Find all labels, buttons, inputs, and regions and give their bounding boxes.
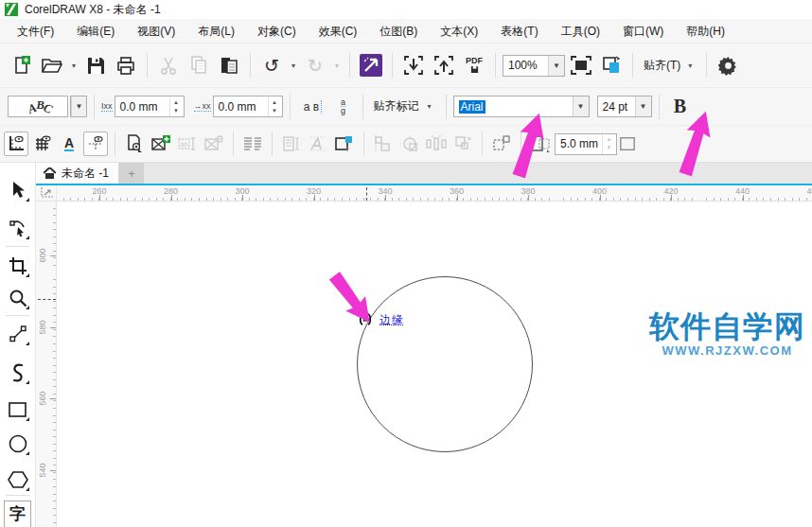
open-button[interactable] bbox=[38, 50, 66, 80]
document-tab-label: 未命名 -1 bbox=[62, 166, 109, 182]
menu-item[interactable]: 工具(O) bbox=[550, 19, 611, 44]
text-preset-combo[interactable]: ABC bbox=[8, 96, 68, 117]
menu-item[interactable]: 窗口(W) bbox=[611, 19, 675, 44]
menu-item[interactable]: 帮助(H) bbox=[675, 19, 736, 44]
page-settings-button[interactable] bbox=[122, 132, 147, 156]
cut-button[interactable] bbox=[154, 50, 183, 80]
undo-dropdown-caret[interactable]: ▾ bbox=[288, 61, 299, 70]
v-ruler-tick-label: 580 bbox=[36, 319, 49, 336]
pdf-label: PDF bbox=[466, 57, 483, 65]
save-button[interactable] bbox=[81, 50, 110, 80]
clipped-edge-button[interactable] bbox=[619, 132, 636, 156]
distribute-h-button[interactable] bbox=[424, 132, 449, 156]
v-cursor-marker bbox=[38, 299, 56, 300]
window-title: CorelDRAW X8 - 未命名 -1 bbox=[25, 2, 161, 18]
new-document-button[interactable] bbox=[8, 50, 36, 80]
polygon-tool[interactable] bbox=[4, 466, 31, 493]
h-ruler-tick-label: 460 bbox=[806, 186, 812, 196]
menu-item[interactable]: 文件(F) bbox=[6, 19, 65, 44]
v-char-offset-value: 0.0 mm bbox=[120, 100, 158, 114]
show-rulers-button[interactable] bbox=[4, 132, 28, 156]
align-left-button[interactable] bbox=[371, 132, 396, 156]
snap-to-button[interactable]: 贴齐(T) ▾ bbox=[640, 50, 699, 80]
artistic-media-tool[interactable] bbox=[4, 359, 31, 386]
canvas[interactable]: 边缘 软件自学网 WWW.RJZXW.COM bbox=[57, 202, 812, 527]
ruler-origin[interactable] bbox=[36, 185, 57, 202]
show-guidelines-button[interactable] bbox=[83, 132, 108, 156]
frame-color-button[interactable] bbox=[332, 132, 357, 156]
h-ruler[interactable]: 260280300320340360380400420440460 bbox=[57, 185, 812, 202]
distribute-v-button[interactable] bbox=[450, 132, 475, 156]
zoom-level-combo[interactable]: 100% ▼ bbox=[503, 55, 565, 77]
export-button[interactable] bbox=[430, 50, 458, 80]
preset-abc-label: ABC bbox=[27, 99, 52, 114]
view-pages-button[interactable] bbox=[597, 50, 626, 80]
font-list-combo[interactable]: Arial ▼ bbox=[453, 96, 590, 117]
menu-item[interactable]: 编辑(E) bbox=[65, 19, 126, 44]
show-grid-button[interactable] bbox=[30, 132, 55, 156]
mirror-vertical-button[interactable]: a g bbox=[331, 95, 356, 119]
menu-item[interactable]: 表格(T) bbox=[489, 19, 549, 44]
text-guidelines-button[interactable]: A bbox=[57, 132, 81, 156]
v-char-offset-spinner[interactable]: 0.0 mm ▲▼ bbox=[115, 96, 185, 117]
v-ruler-tick-label: 540 bbox=[36, 462, 49, 479]
snap-marker-label: 贴齐标记 bbox=[374, 98, 419, 114]
font-size-caret[interactable]: ▼ bbox=[635, 97, 651, 116]
menu-item[interactable]: 对象(C) bbox=[246, 19, 308, 44]
pick-tool[interactable] bbox=[4, 176, 31, 203]
zoom-tool[interactable] bbox=[4, 284, 31, 311]
freehand-tool[interactable] bbox=[4, 320, 31, 347]
remove-frame-button[interactable] bbox=[202, 132, 226, 156]
redo-button[interactable]: ↻ bbox=[301, 50, 329, 80]
options-gear-button[interactable] bbox=[714, 50, 742, 80]
crop-tool[interactable] bbox=[4, 252, 31, 279]
menu-item[interactable]: 视图(V) bbox=[126, 19, 186, 44]
publish-pdf-button[interactable]: PDF bbox=[460, 50, 488, 80]
menu-item[interactable]: 布局(L) bbox=[186, 19, 246, 44]
watermark: 软件自学网 WWW.RJZXW.COM bbox=[649, 309, 805, 358]
circle-shape[interactable] bbox=[357, 276, 533, 452]
copy-button[interactable] bbox=[185, 50, 213, 80]
title-bar: CorelDRAW X8 - 未命名 -1 bbox=[0, 0, 812, 19]
text-preset-caret[interactable]: ▼ bbox=[70, 96, 87, 117]
rectangle-tool[interactable] bbox=[4, 395, 31, 423]
wrap-offset-spinner[interactable]: 5.0 mm ▲▼ bbox=[555, 133, 617, 155]
h-cursor-marker bbox=[366, 187, 367, 201]
import-button[interactable] bbox=[399, 50, 428, 80]
ellipse-tool[interactable] bbox=[4, 430, 31, 457]
new-tab-button[interactable]: + bbox=[119, 163, 144, 184]
v-ruler-tick-label: 560 bbox=[36, 390, 49, 407]
redo-dropdown-caret[interactable]: ▾ bbox=[331, 61, 343, 70]
welcome-screen-button[interactable] bbox=[357, 50, 385, 80]
watermark-title: 软件自学网 bbox=[649, 309, 805, 343]
print-button[interactable] bbox=[112, 50, 140, 80]
menu-item[interactable]: 文本(X) bbox=[429, 19, 489, 44]
fit-text-to-frame-button[interactable] bbox=[306, 132, 330, 156]
align-center-button[interactable] bbox=[397, 132, 422, 156]
snap-marker-dropdown[interactable]: 贴齐标记 ▾ bbox=[370, 92, 439, 122]
object-position-button[interactable] bbox=[489, 132, 514, 156]
h-char-offset-icon: →xx bbox=[194, 101, 211, 112]
home-icon bbox=[44, 167, 56, 179]
tab-document[interactable]: 未命名 -1 bbox=[36, 163, 119, 184]
h-char-offset-spinner[interactable]: 0.0 mm ▲▼ bbox=[213, 96, 283, 117]
menu-item[interactable]: 效果(C) bbox=[308, 19, 369, 44]
shape-tool[interactable] bbox=[4, 214, 31, 241]
open-dropdown-caret[interactable]: ▾ bbox=[68, 61, 79, 70]
v-ruler[interactable]: 620600580560540 bbox=[36, 202, 57, 527]
text-tool[interactable]: 字 bbox=[4, 501, 31, 527]
font-list-caret[interactable]: ▼ bbox=[573, 97, 589, 116]
font-size-combo[interactable]: 24 pt ▼ bbox=[597, 96, 652, 117]
mirror-horizontal-button[interactable]: a в bbox=[297, 95, 329, 119]
snap-tooltip: 边缘 bbox=[380, 312, 404, 328]
fullscreen-preview-button[interactable] bbox=[567, 50, 595, 80]
text-frame-options-button[interactable] bbox=[279, 132, 304, 156]
undo-button[interactable]: ↺ bbox=[257, 50, 286, 80]
zoom-level-caret[interactable]: ▼ bbox=[548, 56, 564, 76]
columns-button[interactable] bbox=[240, 132, 265, 156]
edit-text-button[interactable]: ab bbox=[175, 132, 200, 156]
menu-item[interactable]: 位图(B) bbox=[368, 19, 429, 44]
toolbox: 字 bbox=[0, 163, 36, 527]
paste-button[interactable] bbox=[215, 50, 243, 80]
add-text-frame-button[interactable] bbox=[149, 132, 173, 156]
